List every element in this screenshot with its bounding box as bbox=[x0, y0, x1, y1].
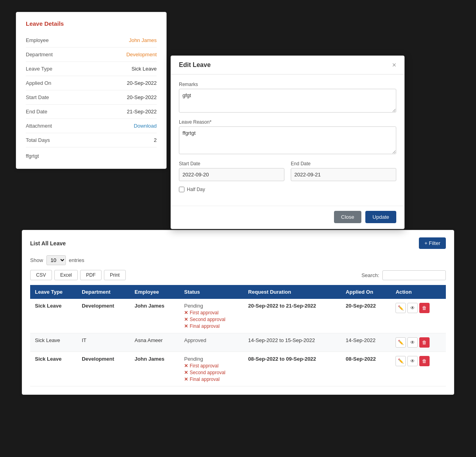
entries-select[interactable]: 10 25 50 bbox=[46, 255, 66, 265]
detail-label: End Date bbox=[26, 109, 47, 115]
detail-label: Applied On bbox=[26, 80, 51, 86]
detail-value: 21-Sep-2022 bbox=[127, 109, 157, 115]
pdf-button[interactable]: PDF bbox=[80, 270, 102, 280]
detail-label: Attachment bbox=[26, 123, 52, 129]
delete-button[interactable]: 🗑 bbox=[419, 356, 430, 366]
excel-button[interactable]: Excel bbox=[54, 270, 78, 280]
table-body: Sick LeaveDevelopmentJohn JamesPending✕ … bbox=[30, 299, 446, 386]
date-row: Start Date End Date bbox=[179, 161, 396, 181]
leave-details-title: Leave Details bbox=[26, 20, 157, 27]
leave-table: Leave TypeDepartmentEmployeeStatusReques… bbox=[30, 285, 446, 386]
table-column-header: Department bbox=[77, 285, 130, 299]
employee-cell: John James bbox=[130, 299, 179, 333]
detail-row: Start Date20-Sep-2022 bbox=[26, 90, 157, 105]
remarks-textarea[interactable]: gfgt bbox=[179, 89, 396, 113]
detail-label: Start Date bbox=[26, 94, 49, 100]
detail-value[interactable]: Download bbox=[134, 123, 157, 129]
table-column-header: Leave Type bbox=[30, 285, 77, 299]
department-cell: Development bbox=[77, 299, 130, 333]
status-cell: Pending✕ First approval✕ Second approval… bbox=[179, 299, 243, 333]
delete-button[interactable]: 🗑 bbox=[419, 303, 430, 313]
action-icons: ✏️👁🗑 bbox=[395, 303, 441, 313]
delete-button[interactable]: 🗑 bbox=[419, 337, 430, 348]
export-buttons-left: CSV Excel PDF Print bbox=[30, 270, 126, 280]
search-label: Search: bbox=[361, 272, 379, 278]
applied-on-cell: 20-Sep-2022 bbox=[341, 299, 391, 333]
modal-footer: Close Update bbox=[171, 206, 404, 229]
leave-details-card: Leave Details EmployeeJohn JamesDepartme… bbox=[16, 12, 167, 169]
detail-row: Applied On20-Sep-2022 bbox=[26, 76, 157, 90]
show-label: Show bbox=[30, 257, 43, 263]
approval-item: ✕ Second approval bbox=[184, 317, 238, 322]
detail-value: John James bbox=[129, 37, 157, 43]
detail-row: Total Days2 bbox=[26, 133, 157, 147]
view-button[interactable]: 👁 bbox=[407, 356, 418, 366]
entries-label: entries bbox=[69, 257, 84, 263]
department-cell: Development bbox=[77, 352, 130, 386]
approval-item: ✕ Second approval bbox=[184, 370, 238, 375]
detail-label: Employee bbox=[26, 37, 49, 43]
request-duration-cell: 08-Sep-2022 to 09-Sep-2022 bbox=[244, 352, 341, 386]
approval-item: ✕ First approval bbox=[184, 363, 238, 369]
detail-label: Leave Type bbox=[26, 66, 52, 72]
detail-row: End Date21-Sep-2022 bbox=[26, 105, 157, 119]
applied-on-cell: 14-Sep-2022 bbox=[341, 333, 391, 352]
table-column-header: Action bbox=[391, 285, 446, 299]
search-input[interactable] bbox=[382, 270, 446, 280]
list-title-bold: All bbox=[41, 240, 50, 247]
leave-type-cell: Sick Leave bbox=[30, 352, 77, 386]
approval-item: ✕ Final approval bbox=[184, 323, 238, 329]
detail-value: 20-Sep-2022 bbox=[127, 80, 157, 86]
half-day-row: Half Day bbox=[179, 187, 396, 192]
view-button[interactable]: 👁 bbox=[407, 337, 418, 348]
action-icons: ✏️👁🗑 bbox=[395, 337, 441, 348]
table-column-header: Request Duration bbox=[244, 285, 341, 299]
print-button[interactable]: Print bbox=[104, 270, 126, 280]
edit-button[interactable]: ✏️ bbox=[395, 337, 406, 348]
edit-button[interactable]: ✏️ bbox=[395, 356, 406, 366]
detail-label: Department bbox=[26, 52, 53, 57]
leave-type-cell: Sick Leave bbox=[30, 333, 77, 352]
modal-body: Remarks gfgt Leave Reason* ffgrtgt Start… bbox=[171, 75, 404, 206]
modal-close-button[interactable]: × bbox=[392, 61, 396, 69]
status-text: Pending bbox=[184, 303, 238, 309]
detail-value: Development bbox=[126, 52, 157, 57]
approval-item: ✕ Final approval bbox=[184, 377, 238, 382]
update-button[interactable]: Update bbox=[365, 211, 396, 223]
detail-value: Sick Leave bbox=[131, 66, 157, 72]
status-text: Approved bbox=[184, 337, 238, 343]
department-cell: IT bbox=[77, 333, 130, 352]
detail-value: 20-Sep-2022 bbox=[127, 94, 157, 100]
leave-type-cell: Sick Leave bbox=[30, 299, 77, 333]
search-row: Search: bbox=[361, 270, 446, 280]
list-title-suffix: Leave bbox=[50, 240, 66, 247]
leave-note: ffgrtgt bbox=[26, 153, 157, 159]
list-title: List All Leave bbox=[30, 240, 66, 247]
action-cell: ✏️👁🗑 bbox=[391, 352, 446, 386]
list-header: List All Leave + Filter bbox=[30, 237, 446, 249]
start-date-col: Start Date bbox=[179, 161, 284, 181]
modal-header: Edit Leave × bbox=[171, 56, 404, 75]
modal-title: Edit Leave bbox=[179, 61, 211, 69]
edit-leave-modal: Edit Leave × Remarks gfgt Leave Reason* … bbox=[171, 55, 405, 229]
leave-reason-group: Leave Reason* ffgrtgt bbox=[179, 119, 396, 155]
start-date-input[interactable] bbox=[179, 168, 284, 181]
half-day-checkbox[interactable] bbox=[179, 187, 184, 192]
table-row: Sick LeaveITAsna AmeerApproved14-Sep-202… bbox=[30, 333, 446, 352]
detail-row: Leave TypeSick Leave bbox=[26, 62, 157, 76]
action-icons: ✏️👁🗑 bbox=[395, 356, 441, 366]
view-button[interactable]: 👁 bbox=[407, 303, 418, 313]
status-cell: Approved bbox=[179, 333, 243, 352]
table-column-header: Status bbox=[179, 285, 243, 299]
close-button[interactable]: Close bbox=[334, 211, 361, 223]
csv-button[interactable]: CSV bbox=[30, 270, 52, 280]
request-duration-cell: 20-Sep-2022 to 21-Sep-2022 bbox=[244, 299, 341, 333]
leave-reason-label: Leave Reason* bbox=[179, 119, 396, 125]
half-day-label: Half Day bbox=[187, 187, 205, 192]
status-text: Pending bbox=[184, 356, 238, 362]
leave-reason-textarea[interactable]: ffgrtgt bbox=[179, 126, 396, 154]
filter-button[interactable]: + Filter bbox=[419, 237, 446, 249]
end-date-col: End Date bbox=[291, 161, 396, 181]
end-date-input[interactable] bbox=[291, 168, 396, 181]
edit-button[interactable]: ✏️ bbox=[395, 303, 406, 313]
